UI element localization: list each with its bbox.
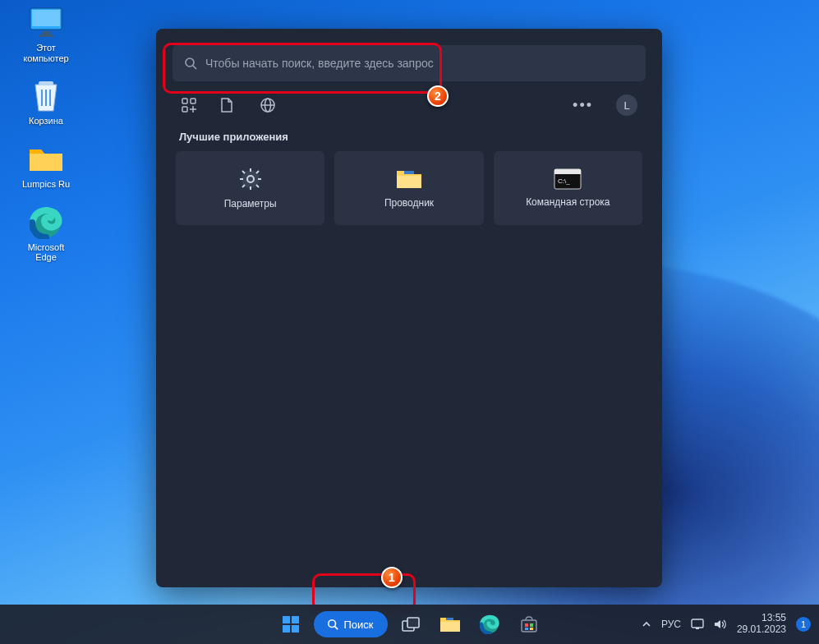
- svg-line-22: [242, 185, 245, 187]
- svg-rect-38: [446, 618, 453, 620]
- apps-filter-icon[interactable]: [181, 97, 197, 113]
- svg-rect-43: [525, 628, 528, 630]
- svg-rect-40: [522, 620, 536, 632]
- volume-icon[interactable]: [714, 619, 727, 630]
- svg-point-6: [186, 58, 194, 67]
- svg-line-20: [242, 171, 245, 173]
- desktop-icon-label: Корзина: [29, 116, 63, 126]
- search-icon: [327, 619, 338, 630]
- more-options-icon[interactable]: •••: [573, 97, 593, 114]
- tray-language[interactable]: РУС: [661, 619, 681, 630]
- taskbar-explorer[interactable]: [434, 608, 467, 641]
- desktop-icon-this-pc[interactable]: Этоткомпьютер: [15, 5, 77, 63]
- user-avatar[interactable]: L: [616, 94, 637, 116]
- svg-rect-25: [404, 171, 414, 174]
- network-icon[interactable]: [691, 619, 704, 630]
- svg-line-7: [193, 66, 196, 69]
- monitor-icon: [28, 5, 64, 41]
- svg-rect-29: [283, 616, 290, 623]
- taskbar-search-label: Поиск: [343, 619, 373, 631]
- svg-rect-2: [42, 31, 50, 34]
- svg-rect-3: [39, 34, 53, 37]
- svg-rect-36: [407, 618, 419, 628]
- svg-point-33: [329, 620, 336, 628]
- clock-date: 29.01.2023: [737, 624, 786, 636]
- explorer-icon: [395, 168, 423, 191]
- folder-icon: [28, 141, 64, 177]
- cmd-icon: C:\_: [554, 168, 582, 190]
- svg-rect-24: [397, 176, 421, 188]
- desktop-icon-label: MicrosoftEdge: [28, 242, 65, 263]
- clock-time: 13:55: [737, 613, 786, 624]
- tray-chevron-icon[interactable]: [642, 619, 651, 629]
- taskbar-store[interactable]: [513, 608, 545, 641]
- svg-rect-46: [696, 628, 699, 629]
- documents-filter-icon[interactable]: [220, 97, 237, 113]
- app-tile-label: Командная строка: [526, 196, 610, 208]
- svg-rect-30: [292, 616, 299, 623]
- svg-rect-8: [182, 99, 187, 104]
- desktop-icon-edge[interactable]: MicrosoftEdge: [15, 205, 77, 263]
- svg-rect-37: [440, 622, 460, 632]
- edge-icon: [28, 205, 64, 241]
- taskbar-search-button[interactable]: Поиск: [314, 611, 388, 637]
- svg-rect-41: [525, 623, 528, 627]
- svg-rect-4: [39, 81, 53, 85]
- svg-rect-42: [530, 623, 533, 627]
- svg-rect-31: [283, 625, 290, 632]
- app-tile-cmd[interactable]: C:\_ Командная строка: [494, 151, 642, 225]
- search-panel: ••• L Лучшие приложения Параметры Провод…: [156, 29, 662, 587]
- filter-row: ••• L: [181, 94, 637, 116]
- search-icon: [184, 57, 197, 70]
- desktop-icon-folder[interactable]: Lumpics Ru: [15, 141, 77, 190]
- taskbar-edge[interactable]: [473, 608, 506, 641]
- svg-rect-10: [182, 107, 187, 112]
- recycle-bin-icon: [28, 78, 64, 114]
- annotation-badge-2: 2: [427, 85, 449, 107]
- web-filter-icon[interactable]: [260, 97, 276, 113]
- notifications-badge[interactable]: 1: [796, 617, 811, 632]
- desktop-icon-recycle-bin[interactable]: Корзина: [15, 78, 77, 126]
- svg-rect-9: [191, 99, 196, 104]
- app-tile-label: Параметры: [224, 198, 277, 209]
- top-apps-row: Параметры Проводник C:\_ Командная строк…: [176, 151, 642, 225]
- app-tile-label: Проводник: [384, 197, 434, 209]
- start-button[interactable]: [274, 608, 307, 641]
- svg-rect-45: [692, 619, 703, 628]
- svg-rect-27: [554, 169, 581, 174]
- taskbar-center: Поиск: [274, 608, 545, 641]
- search-input[interactable]: [205, 57, 634, 70]
- task-view-button[interactable]: [394, 608, 427, 641]
- desktop: Этоткомпьютер Корзина Lumpics Ru Microso…: [15, 5, 77, 263]
- svg-rect-1: [32, 10, 60, 26]
- svg-text:C:\_: C:\_: [558, 177, 570, 185]
- annotation-badge-1: 1: [381, 567, 403, 588]
- search-box[interactable]: [173, 45, 646, 81]
- svg-line-34: [335, 627, 338, 630]
- clock[interactable]: 13:55 29.01.2023: [737, 613, 786, 636]
- section-title: Лучшие приложения: [179, 131, 639, 143]
- system-tray: РУС 13:55 29.01.2023 1: [642, 613, 811, 636]
- svg-rect-32: [292, 625, 299, 632]
- svg-line-23: [256, 171, 259, 173]
- svg-line-21: [256, 185, 259, 187]
- settings-icon: [238, 167, 263, 191]
- svg-rect-44: [530, 628, 533, 630]
- app-tile-settings[interactable]: Параметры: [176, 151, 324, 225]
- desktop-icon-label: Lumpics Ru: [22, 179, 70, 190]
- taskbar: Поиск РУС 13:55 29.01.2023 1: [0, 605, 819, 644]
- app-tile-explorer[interactable]: Проводник: [334, 151, 483, 225]
- desktop-icon-label: Этоткомпьютер: [23, 43, 68, 63]
